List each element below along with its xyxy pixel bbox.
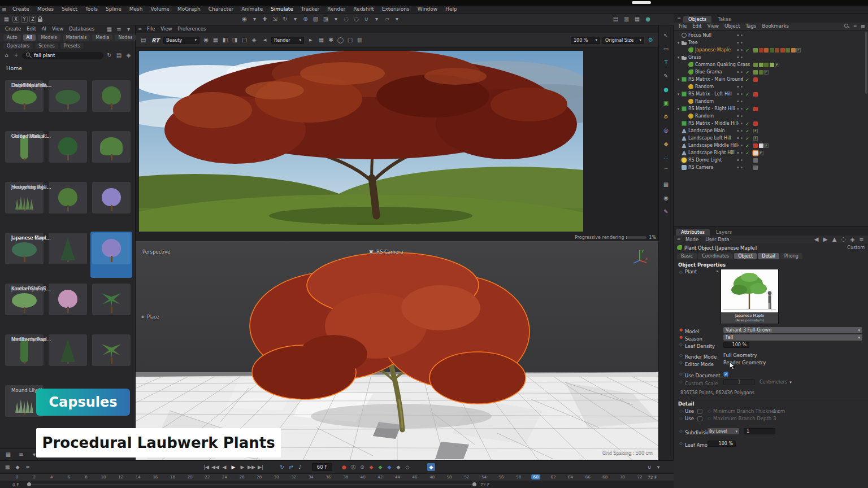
toggle-dot[interactable] xyxy=(737,130,739,132)
ruler-tick[interactable]: 44 xyxy=(395,475,400,480)
attr-menu-icon[interactable]: ≡ xyxy=(857,236,866,244)
ruler-tick[interactable]: 38 xyxy=(343,475,348,480)
rv-menu-preferences[interactable]: Preferences xyxy=(175,25,209,33)
ruler-tick[interactable]: 42 xyxy=(377,475,383,480)
toggle-dot[interactable] xyxy=(741,137,743,140)
ruler-tick[interactable]: 4 xyxy=(50,475,53,480)
list-view-icon[interactable]: ≡ xyxy=(115,25,123,33)
next-frame-icon[interactable]: ▶ xyxy=(238,463,246,471)
frame-ruler[interactable]: 0246810121416182022242628303234363840424… xyxy=(0,473,674,481)
redshift-object-tag-icon[interactable] xyxy=(753,77,758,82)
object-tag-icon[interactable] xyxy=(753,158,758,163)
parameter-diamond-icon[interactable]: ◇ xyxy=(706,408,712,415)
asset-item-mediterranean-dwarf[interactable]: Mediterranean Dwarf ... xyxy=(90,333,132,380)
loop-icon[interactable]: ↻ xyxy=(278,463,286,471)
object-row-landscape-right-hill[interactable]: Landscape Right Hill✓F xyxy=(674,149,868,156)
plant-preview-image[interactable]: Japanese Maple (Acer palmatum) xyxy=(721,269,779,324)
asset-item-kanzan-cherry-fall-pl[interactable]: Kanzan Cherry (Fall, Pl... xyxy=(47,282,89,329)
render-mode-dropdown[interactable]: Beauty ▾ xyxy=(163,37,199,44)
visibility-toggles[interactable] xyxy=(737,93,743,95)
toggle-dot[interactable] xyxy=(741,108,743,110)
object-filter-icon[interactable]: ≡ xyxy=(852,22,858,30)
ruler-tick[interactable]: 26 xyxy=(239,475,244,480)
asset-item-golden-weeping-willo[interactable]: Golden Weeping Willo... xyxy=(90,130,132,176)
attr-value-dropdown[interactable]: Fall▾ xyxy=(723,334,862,341)
detail-use-checkbox[interactable] xyxy=(697,416,702,421)
ruler-tick[interactable]: 14 xyxy=(136,475,141,480)
filter-media[interactable]: Media xyxy=(92,34,112,41)
keyframe-filter-icon[interactable]: ◆ xyxy=(427,463,435,471)
subfilter-operators[interactable]: Operators xyxy=(3,43,33,49)
toggle-dot[interactable] xyxy=(737,159,739,162)
render-settings-icon[interactable]: ▾ xyxy=(332,15,340,24)
rv-menu-view[interactable]: View xyxy=(158,25,175,33)
snap-icon[interactable]: ∪ xyxy=(362,15,371,24)
asset-item-kentia-palm-fall-plant[interactable]: Kentia Palm (Fall, Plant) xyxy=(90,282,132,329)
menu-simulate[interactable]: Simulate xyxy=(267,6,297,14)
primitive-cube-icon[interactable]: ▣ xyxy=(662,99,670,107)
refresh-icon[interactable]: ↻ xyxy=(105,51,114,60)
custom-label[interactable]: Custom xyxy=(847,245,865,250)
capsule-icon[interactable]: ● xyxy=(644,15,652,24)
ruler-tick[interactable]: 52 xyxy=(464,475,469,480)
pointer-icon[interactable]: ↖ xyxy=(662,31,670,40)
visibility-toggles[interactable] xyxy=(737,152,743,154)
menu-character[interactable]: Character xyxy=(205,6,237,14)
scale-tool-icon[interactable]: ⇲ xyxy=(271,15,279,24)
asset-sphere-icon[interactable]: ● xyxy=(662,85,670,94)
menu-create[interactable]: Create xyxy=(8,6,33,14)
visibility-toggles[interactable] xyxy=(737,167,743,169)
leaf-amount-field[interactable]: 100 % xyxy=(708,441,736,447)
parameter-diamond-icon[interactable]: ◇ xyxy=(678,371,684,378)
toggle-dot[interactable] xyxy=(741,145,743,147)
asset-item-mediterranean-cypres[interactable]: Mediterranean Cypres... xyxy=(47,333,89,380)
toggle-dot[interactable] xyxy=(737,137,739,140)
parameter-diamond-icon[interactable]: ◇ xyxy=(706,415,712,422)
ruler-tick[interactable]: 24 xyxy=(222,475,227,480)
expander-icon[interactable]: ▾ xyxy=(676,107,681,111)
object-row-landscape-middle-hill[interactable]: Landscape Middle Hill✓F xyxy=(674,142,868,149)
object-row-rs-matrix-middle-hill[interactable]: RS Matrix - Middle Hill✓ xyxy=(674,120,868,127)
axis-lock-icon[interactable] xyxy=(38,19,42,22)
ruler-tick[interactable]: 46 xyxy=(413,475,418,480)
menu-select[interactable]: Select xyxy=(58,6,81,14)
visibility-toggles[interactable] xyxy=(737,86,743,88)
visibility-toggles[interactable] xyxy=(737,64,743,66)
object-row-blue-grama[interactable]: Blue Grama✓F xyxy=(674,68,868,76)
toggle-dot[interactable] xyxy=(741,167,743,169)
asset-item-globe-robinia-fall-pl[interactable]: Globe Robinia (Fall, Pl... xyxy=(47,130,89,176)
ab-menu-view[interactable]: View xyxy=(49,25,66,33)
subfilter-scenes[interactable]: Scenes xyxy=(35,43,58,49)
enabled-check-icon[interactable]: ✓ xyxy=(745,47,749,53)
ruler-tick[interactable]: 18 xyxy=(170,475,175,480)
toggle-dot[interactable] xyxy=(737,64,739,66)
mograph-icon[interactable]: ∴ xyxy=(662,153,670,162)
enabled-check-icon[interactable]: ✓ xyxy=(745,106,749,112)
layout-save-icon[interactable]: ▦ xyxy=(633,15,641,24)
folder-icon[interactable]: ▤ xyxy=(115,51,123,60)
enabled-check-icon[interactable]: ✓ xyxy=(745,91,749,97)
ruler-tick[interactable]: 68 xyxy=(602,475,607,480)
menu-mograph[interactable]: MoGraph xyxy=(173,6,205,14)
parameter-diamond-icon[interactable]: ◇ xyxy=(678,440,684,447)
ruler-tick[interactable]: 0 xyxy=(16,475,18,480)
menu-render[interactable]: Render xyxy=(323,6,349,14)
menu-tools[interactable]: Tools xyxy=(81,6,102,14)
user-data-menu[interactable]: User Data xyxy=(702,236,732,243)
ab-menu-create[interactable]: Create xyxy=(2,25,24,33)
menu-modes[interactable]: Modes xyxy=(33,6,58,14)
material-tag-icon[interactable] xyxy=(759,63,763,67)
histogram-icon[interactable]: ▥ xyxy=(355,36,364,45)
axis-lock-y[interactable]: Y xyxy=(21,16,28,23)
subfilter-presets[interactable]: Presets xyxy=(60,43,84,49)
ruler-tick[interactable]: 66 xyxy=(585,475,591,480)
fields-tag-icon[interactable]: F xyxy=(796,48,801,53)
om-menu-bookmarks[interactable]: Bookmarks xyxy=(759,23,792,30)
tab-attributes[interactable]: Attributes xyxy=(676,229,710,236)
up-icon[interactable]: ▲ xyxy=(830,236,839,244)
record-keyframe-icon[interactable]: ● xyxy=(340,463,348,471)
pixel-grid-icon[interactable]: ▦ xyxy=(211,36,220,45)
attr-hamburger-icon[interactable]: ≡ xyxy=(676,236,682,244)
enabled-check-icon[interactable]: ✓ xyxy=(745,128,749,134)
move-tool-icon[interactable]: ✚ xyxy=(261,15,269,24)
